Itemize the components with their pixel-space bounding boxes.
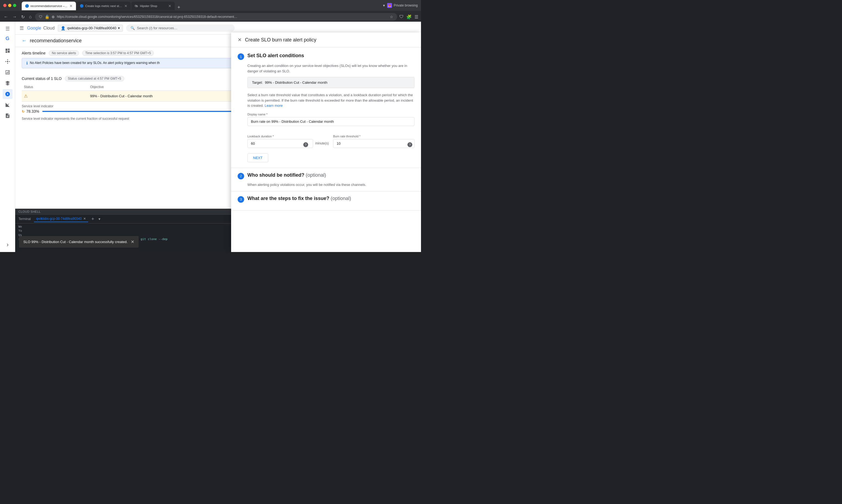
svg-point-2 [7, 63, 8, 64]
sli-refresh-icon: ↻ [22, 109, 25, 113]
back-button[interactable]: ← [22, 38, 27, 43]
sidebar-metrics-icon[interactable] [3, 68, 13, 77]
address-text: https://console.cloud.google.com/monitor… [57, 15, 388, 19]
sidebar-dashboard-icon[interactable] [3, 46, 13, 56]
sidebar-menu-icon[interactable]: ☰ [3, 24, 13, 34]
google-cloud-logo: Google Cloud [27, 26, 54, 31]
sidebar-services-icon[interactable] [3, 89, 13, 99]
burn-rate-label: Burn rate threshold * [333, 135, 414, 138]
tab-2-close[interactable]: ✕ [124, 4, 127, 8]
tab-2[interactable]: 🔵 Create logs metric next steps – ✕ [76, 2, 131, 10]
search-placeholder: Search (/) for resources… [137, 26, 178, 30]
navigation-bar: ← → ↻ ⌂ 🛡 🔒 ⊕ https://console.cloud.goog… [0, 11, 421, 23]
tabs-dropdown[interactable]: ▾ [383, 3, 385, 7]
display-name-label: Display name * [247, 113, 414, 116]
create-slo-panel: ✕ Create SLO burn rate alert policy 1 Se… [231, 33, 421, 252]
step-1: 1 Set SLO alert conditions Creating an a… [231, 48, 421, 168]
google-logo: G [5, 36, 9, 41]
lookback-group: Lookback duration * minute(s) ? [247, 135, 329, 148]
new-tab-button[interactable]: + [175, 5, 183, 10]
menu-icon[interactable]: ☰ [414, 14, 418, 19]
step-2-title: Who should be notified? (optional) [247, 172, 326, 178]
sidebar-expand-icon[interactable] [3, 240, 13, 250]
svg-point-1 [7, 59, 8, 60]
sli-description: Service level indicator represents the c… [22, 117, 129, 121]
step-1-number: 1 [238, 53, 244, 60]
terminal-label: Terminal [18, 217, 31, 221]
traffic-lights[interactable] [3, 4, 16, 7]
panel-close-button[interactable]: ✕ [238, 37, 242, 43]
step-3: 3 What are the steps to fix the issue? (… [231, 191, 421, 211]
forward-nav-button[interactable]: → [12, 13, 18, 20]
snackbar-message: SLO 99% - Distribution Cut - Calendar mo… [23, 240, 127, 244]
tracking-icon: ⊕ [52, 15, 55, 19]
step-3-number: 3 [238, 196, 244, 203]
tab-3[interactable]: 🛍 Hipster Shop ✕ [131, 2, 175, 10]
tab-2-favicon: 🔵 [80, 4, 84, 8]
lookback-suffix: minute(s) [315, 141, 329, 145]
burn-rate-help-icon[interactable]: ? [408, 142, 412, 147]
step-2-number: 2 [238, 173, 244, 179]
tab-3-title: Hipster Shop [140, 4, 167, 7]
step-1-description: Creating an alert condition on your serv… [247, 63, 414, 74]
target-value: 99% - Distribution Cut - Calendar month [265, 80, 327, 85]
reload-button[interactable]: ↻ [20, 13, 26, 21]
sidebar-docs-icon[interactable] [3, 111, 13, 121]
sidebar-routing-icon[interactable] [3, 78, 13, 88]
sidebar-chart-icon[interactable] [3, 100, 13, 110]
no-alerts-badge: No service alerts [49, 50, 79, 56]
minimize-button[interactable] [8, 4, 12, 7]
tab-1-close[interactable]: ✕ [69, 4, 73, 8]
step-2-description: When alerting policy violations occur, y… [247, 183, 414, 187]
tab-1[interactable]: 🔵 recommendationservice – Moni… ✕ [22, 2, 76, 10]
lock-icon: 🔒 [45, 15, 49, 19]
row-status-icon: ⚠ [22, 91, 88, 102]
close-button[interactable] [3, 4, 6, 7]
back-nav-button[interactable]: ← [3, 13, 9, 20]
sli-value: 78.33% [26, 109, 39, 113]
shield-icon: 🛡 [39, 15, 42, 19]
tab-3-favicon: 🛍 [135, 4, 138, 8]
logo-google: Google [27, 26, 41, 31]
address-bar[interactable]: 🛡 🔒 ⊕ https://console.cloud.google.com/m… [35, 13, 397, 21]
terminal-tab-close[interactable]: ✕ [83, 217, 86, 220]
display-name-group: Display name * [247, 113, 414, 130]
nav-icons: 🛡 🧩 ☰ [399, 14, 418, 19]
tab-3-close[interactable]: ✕ [168, 4, 171, 8]
panel-header: ✕ Create SLO burn rate alert policy [231, 33, 421, 48]
step-3-title: What are the steps to fix the issue? (op… [247, 196, 351, 201]
hamburger-icon[interactable]: ☰ [19, 25, 24, 31]
lookback-input[interactable] [247, 139, 313, 148]
lookback-label: Lookback duration * [247, 135, 329, 138]
bookmark-icon[interactable]: ☆ [390, 15, 393, 19]
info-text: No Alert Policies have been created for … [30, 61, 160, 65]
extensions-icon[interactable]: 🧩 [406, 14, 412, 19]
maximize-button[interactable] [13, 4, 16, 7]
svg-point-3 [5, 61, 6, 62]
home-button[interactable]: ⌂ [28, 13, 33, 20]
terminal-tab-label: qwiklabs-gcp-00-74d8fea90040 [36, 217, 81, 220]
private-browsing-badge: 🦊 Private browsing [387, 3, 418, 8]
shield-nav-icon[interactable]: 🛡 [399, 14, 403, 19]
search-bar[interactable]: 🔍 Search (/) for resources… [126, 24, 235, 32]
next-button[interactable]: NEXT [247, 154, 268, 162]
project-selector[interactable]: 👤 qwiklabs-gcp-00-74d8fea90040 ▾ [58, 25, 123, 32]
info-icon: ℹ [26, 61, 28, 65]
snackbar-close[interactable]: ✕ [131, 239, 134, 245]
sidebar-cluster-icon[interactable] [3, 57, 13, 66]
display-name-input[interactable] [247, 117, 414, 126]
learn-more-link[interactable]: Learn more [265, 104, 283, 108]
step-1-desc2: Select a burn rate threshold value that … [247, 92, 414, 108]
logo-cloud: Cloud [44, 26, 55, 31]
lookback-help-icon[interactable]: ? [303, 142, 308, 147]
terminal-dropdown[interactable]: ▾ [99, 217, 100, 221]
burn-rate-input[interactable] [333, 139, 414, 148]
project-icon: 👤 [61, 26, 65, 30]
project-name: qwiklabs-gcp-00-74d8fea90040 [67, 26, 116, 30]
svg-point-4 [9, 61, 10, 62]
add-terminal-tab[interactable]: + [91, 216, 94, 222]
fields-row: Lookback duration * minute(s) ? Burn rat… [247, 135, 414, 148]
status-badge: Status calculated at 4:57 PM GMT+5 [65, 76, 124, 81]
terminal-tab[interactable]: qwiklabs-gcp-00-74d8fea90040 ✕ [34, 216, 88, 222]
target-box: Target: 99% - Distribution Cut - Calenda… [247, 77, 414, 88]
